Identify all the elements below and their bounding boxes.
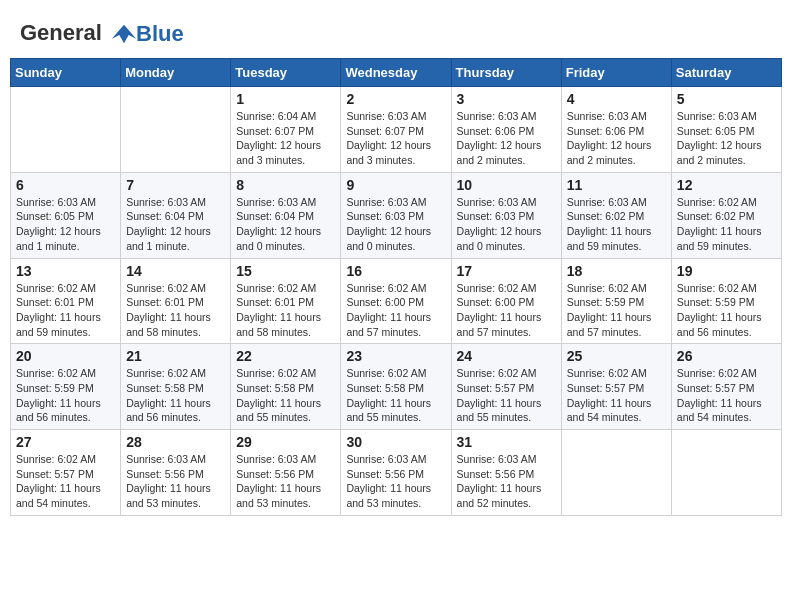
day-info: Sunrise: 6:03 AM Sunset: 6:04 PM Dayligh… xyxy=(126,195,225,254)
day-number: 18 xyxy=(567,263,666,279)
calendar-cell: 2Sunrise: 6:03 AM Sunset: 6:07 PM Daylig… xyxy=(341,87,451,173)
calendar-cell: 13Sunrise: 6:02 AM Sunset: 6:01 PM Dayli… xyxy=(11,258,121,344)
day-info: Sunrise: 6:02 AM Sunset: 5:59 PM Dayligh… xyxy=(16,366,115,425)
day-number: 16 xyxy=(346,263,445,279)
day-number: 14 xyxy=(126,263,225,279)
day-number: 4 xyxy=(567,91,666,107)
page-header: General Blue xyxy=(10,10,782,53)
calendar-cell: 18Sunrise: 6:02 AM Sunset: 5:59 PM Dayli… xyxy=(561,258,671,344)
day-info: Sunrise: 6:02 AM Sunset: 5:57 PM Dayligh… xyxy=(567,366,666,425)
day-info: Sunrise: 6:03 AM Sunset: 6:06 PM Dayligh… xyxy=(457,109,556,168)
calendar-cell: 1Sunrise: 6:04 AM Sunset: 6:07 PM Daylig… xyxy=(231,87,341,173)
calendar-cell xyxy=(11,87,121,173)
day-number: 23 xyxy=(346,348,445,364)
day-info: Sunrise: 6:02 AM Sunset: 5:58 PM Dayligh… xyxy=(126,366,225,425)
day-number: 25 xyxy=(567,348,666,364)
logo-general: General xyxy=(20,20,102,45)
calendar-week-2: 6Sunrise: 6:03 AM Sunset: 6:05 PM Daylig… xyxy=(11,172,782,258)
day-number: 1 xyxy=(236,91,335,107)
calendar-cell: 17Sunrise: 6:02 AM Sunset: 6:00 PM Dayli… xyxy=(451,258,561,344)
day-info: Sunrise: 6:02 AM Sunset: 6:00 PM Dayligh… xyxy=(457,281,556,340)
day-number: 13 xyxy=(16,263,115,279)
calendar-cell: 31Sunrise: 6:03 AM Sunset: 5:56 PM Dayli… xyxy=(451,430,561,516)
logo: General Blue xyxy=(20,20,184,48)
calendar-cell: 15Sunrise: 6:02 AM Sunset: 6:01 PM Dayli… xyxy=(231,258,341,344)
weekday-header-monday: Monday xyxy=(121,59,231,87)
weekday-header-sunday: Sunday xyxy=(11,59,121,87)
calendar-cell: 22Sunrise: 6:02 AM Sunset: 5:58 PM Dayli… xyxy=(231,344,341,430)
day-info: Sunrise: 6:03 AM Sunset: 6:03 PM Dayligh… xyxy=(457,195,556,254)
day-info: Sunrise: 6:03 AM Sunset: 6:07 PM Dayligh… xyxy=(346,109,445,168)
calendar-cell: 19Sunrise: 6:02 AM Sunset: 5:59 PM Dayli… xyxy=(671,258,781,344)
weekday-header-thursday: Thursday xyxy=(451,59,561,87)
day-number: 3 xyxy=(457,91,556,107)
day-number: 20 xyxy=(16,348,115,364)
day-info: Sunrise: 6:02 AM Sunset: 6:00 PM Dayligh… xyxy=(346,281,445,340)
day-number: 19 xyxy=(677,263,776,279)
calendar-cell: 3Sunrise: 6:03 AM Sunset: 6:06 PM Daylig… xyxy=(451,87,561,173)
weekday-header-wednesday: Wednesday xyxy=(341,59,451,87)
day-info: Sunrise: 6:02 AM Sunset: 5:59 PM Dayligh… xyxy=(567,281,666,340)
day-info: Sunrise: 6:03 AM Sunset: 5:56 PM Dayligh… xyxy=(457,452,556,511)
logo-blue: Blue xyxy=(136,21,184,47)
day-number: 2 xyxy=(346,91,445,107)
day-info: Sunrise: 6:02 AM Sunset: 6:02 PM Dayligh… xyxy=(677,195,776,254)
calendar-cell: 14Sunrise: 6:02 AM Sunset: 6:01 PM Dayli… xyxy=(121,258,231,344)
calendar-week-4: 20Sunrise: 6:02 AM Sunset: 5:59 PM Dayli… xyxy=(11,344,782,430)
calendar-cell: 21Sunrise: 6:02 AM Sunset: 5:58 PM Dayli… xyxy=(121,344,231,430)
day-info: Sunrise: 6:03 AM Sunset: 5:56 PM Dayligh… xyxy=(126,452,225,511)
day-number: 10 xyxy=(457,177,556,193)
weekday-header-tuesday: Tuesday xyxy=(231,59,341,87)
calendar-cell: 27Sunrise: 6:02 AM Sunset: 5:57 PM Dayli… xyxy=(11,430,121,516)
day-info: Sunrise: 6:03 AM Sunset: 6:02 PM Dayligh… xyxy=(567,195,666,254)
weekday-header-friday: Friday xyxy=(561,59,671,87)
day-info: Sunrise: 6:03 AM Sunset: 6:06 PM Dayligh… xyxy=(567,109,666,168)
calendar-cell: 16Sunrise: 6:02 AM Sunset: 6:00 PM Dayli… xyxy=(341,258,451,344)
day-number: 21 xyxy=(126,348,225,364)
calendar-cell xyxy=(561,430,671,516)
day-number: 29 xyxy=(236,434,335,450)
day-number: 22 xyxy=(236,348,335,364)
day-number: 27 xyxy=(16,434,115,450)
logo-bird-icon xyxy=(110,20,138,48)
calendar-week-1: 1Sunrise: 6:04 AM Sunset: 6:07 PM Daylig… xyxy=(11,87,782,173)
calendar-cell: 5Sunrise: 6:03 AM Sunset: 6:05 PM Daylig… xyxy=(671,87,781,173)
calendar-cell xyxy=(671,430,781,516)
day-number: 15 xyxy=(236,263,335,279)
calendar-cell: 20Sunrise: 6:02 AM Sunset: 5:59 PM Dayli… xyxy=(11,344,121,430)
day-info: Sunrise: 6:02 AM Sunset: 6:01 PM Dayligh… xyxy=(236,281,335,340)
day-info: Sunrise: 6:02 AM Sunset: 6:01 PM Dayligh… xyxy=(16,281,115,340)
calendar-cell: 29Sunrise: 6:03 AM Sunset: 5:56 PM Dayli… xyxy=(231,430,341,516)
calendar-cell: 4Sunrise: 6:03 AM Sunset: 6:06 PM Daylig… xyxy=(561,87,671,173)
day-info: Sunrise: 6:04 AM Sunset: 6:07 PM Dayligh… xyxy=(236,109,335,168)
day-number: 30 xyxy=(346,434,445,450)
calendar-cell: 23Sunrise: 6:02 AM Sunset: 5:58 PM Dayli… xyxy=(341,344,451,430)
day-number: 17 xyxy=(457,263,556,279)
calendar-cell: 10Sunrise: 6:03 AM Sunset: 6:03 PM Dayli… xyxy=(451,172,561,258)
svg-marker-0 xyxy=(112,25,136,44)
calendar-cell: 9Sunrise: 6:03 AM Sunset: 6:03 PM Daylig… xyxy=(341,172,451,258)
day-info: Sunrise: 6:02 AM Sunset: 5:57 PM Dayligh… xyxy=(677,366,776,425)
day-number: 8 xyxy=(236,177,335,193)
day-number: 11 xyxy=(567,177,666,193)
day-number: 28 xyxy=(126,434,225,450)
day-number: 31 xyxy=(457,434,556,450)
day-number: 24 xyxy=(457,348,556,364)
day-number: 6 xyxy=(16,177,115,193)
day-info: Sunrise: 6:03 AM Sunset: 6:05 PM Dayligh… xyxy=(677,109,776,168)
day-number: 5 xyxy=(677,91,776,107)
calendar-cell: 28Sunrise: 6:03 AM Sunset: 5:56 PM Dayli… xyxy=(121,430,231,516)
day-info: Sunrise: 6:03 AM Sunset: 5:56 PM Dayligh… xyxy=(236,452,335,511)
calendar-cell: 11Sunrise: 6:03 AM Sunset: 6:02 PM Dayli… xyxy=(561,172,671,258)
calendar-cell: 30Sunrise: 6:03 AM Sunset: 5:56 PM Dayli… xyxy=(341,430,451,516)
calendar-cell: 6Sunrise: 6:03 AM Sunset: 6:05 PM Daylig… xyxy=(11,172,121,258)
day-info: Sunrise: 6:02 AM Sunset: 5:58 PM Dayligh… xyxy=(236,366,335,425)
day-info: Sunrise: 6:02 AM Sunset: 5:57 PM Dayligh… xyxy=(16,452,115,511)
day-number: 7 xyxy=(126,177,225,193)
calendar-cell: 25Sunrise: 6:02 AM Sunset: 5:57 PM Dayli… xyxy=(561,344,671,430)
day-info: Sunrise: 6:02 AM Sunset: 5:59 PM Dayligh… xyxy=(677,281,776,340)
day-info: Sunrise: 6:03 AM Sunset: 6:05 PM Dayligh… xyxy=(16,195,115,254)
day-number: 12 xyxy=(677,177,776,193)
day-info: Sunrise: 6:02 AM Sunset: 5:57 PM Dayligh… xyxy=(457,366,556,425)
calendar-cell: 26Sunrise: 6:02 AM Sunset: 5:57 PM Dayli… xyxy=(671,344,781,430)
